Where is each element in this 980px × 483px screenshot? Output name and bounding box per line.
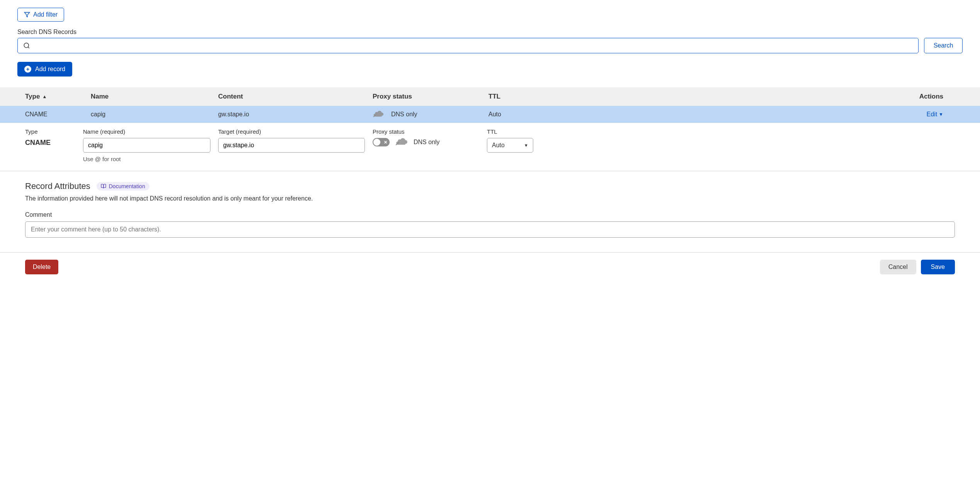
- form-proxy-label: Proxy status: [373, 128, 479, 135]
- search-input[interactable]: [34, 42, 913, 49]
- edit-label: Edit: [927, 111, 938, 118]
- table-header: Type ▲ Name Content Proxy status TTL Act…: [0, 87, 980, 106]
- cell-content: gw.stape.io: [218, 111, 373, 118]
- cancel-button[interactable]: Cancel: [880, 260, 916, 274]
- proxy-toggle[interactable]: ✕: [373, 138, 390, 146]
- documentation-label: Documentation: [109, 183, 145, 189]
- form-type-value: CNAME: [25, 139, 75, 147]
- svg-marker-0: [24, 12, 29, 17]
- add-filter-button[interactable]: Add filter: [17, 8, 64, 22]
- cell-type: CNAME: [25, 111, 91, 118]
- add-record-button[interactable]: + Add record: [17, 62, 72, 77]
- dns-table: Type ▲ Name Content Proxy status TTL Act…: [0, 87, 980, 274]
- attributes-title: Record Attributes: [25, 181, 90, 191]
- sort-asc-icon: ▲: [42, 94, 47, 99]
- ttl-value: Auto: [492, 142, 505, 149]
- name-help-text: Use @ for root: [83, 156, 210, 162]
- proxy-status-text: DNS only: [414, 139, 440, 146]
- documentation-link[interactable]: Documentation: [97, 182, 149, 190]
- th-type-label: Type: [25, 93, 40, 100]
- th-content[interactable]: Content: [218, 93, 373, 100]
- edit-actions-bar: Delete Cancel Save: [0, 252, 980, 274]
- search-input-container: [17, 38, 919, 53]
- form-target-label: Target (required): [218, 128, 365, 135]
- toggle-off-icon: ✕: [384, 140, 387, 145]
- toggle-knob: [373, 139, 380, 146]
- name-input[interactable]: [83, 138, 210, 153]
- th-type[interactable]: Type ▲: [25, 93, 91, 100]
- th-proxy[interactable]: Proxy status: [373, 93, 488, 100]
- search-button[interactable]: Search: [924, 38, 963, 53]
- edit-toggle[interactable]: Edit ▼: [546, 111, 955, 118]
- form-name-col: Name (required) Use @ for root: [83, 128, 218, 162]
- form-type-label: Type: [25, 128, 75, 135]
- cell-name: capig: [91, 111, 218, 118]
- book-icon: [101, 184, 106, 189]
- filter-icon: [24, 12, 30, 18]
- svg-line-2: [28, 47, 29, 48]
- comment-label: Comment: [25, 211, 955, 218]
- target-input[interactable]: [218, 138, 365, 153]
- th-name[interactable]: Name: [91, 93, 218, 100]
- comment-input[interactable]: [25, 221, 955, 238]
- cell-ttl: Auto: [488, 111, 546, 118]
- form-ttl-col: TTL Auto ▼: [487, 128, 537, 153]
- caret-down-icon: ▼: [939, 112, 943, 117]
- search-label: Search DNS Records: [17, 29, 963, 36]
- form-name-label: Name (required): [83, 128, 210, 135]
- cell-proxy-text: DNS only: [391, 111, 417, 118]
- form-target-col: Target (required): [218, 128, 373, 153]
- attributes-description: The information provided here will not i…: [25, 195, 955, 202]
- cloud-icon: [395, 138, 408, 146]
- cloud-icon: [373, 111, 384, 118]
- edit-form: Type CNAME Name (required) Use @ for roo…: [0, 123, 980, 171]
- search-row: Search: [17, 38, 963, 53]
- caret-down-icon: ▼: [524, 143, 528, 148]
- cell-proxy: DNS only: [373, 111, 488, 118]
- record-attributes-section: Record Attributes Documentation The info…: [0, 171, 980, 238]
- add-filter-label: Add filter: [33, 11, 58, 18]
- delete-button[interactable]: Delete: [25, 260, 58, 274]
- add-record-label: Add record: [35, 66, 65, 73]
- th-actions: Actions: [546, 93, 955, 100]
- save-button[interactable]: Save: [921, 260, 955, 274]
- svg-point-1: [24, 43, 29, 48]
- plus-circle-icon: +: [24, 66, 31, 73]
- search-icon: [23, 42, 30, 49]
- form-type-col: Type CNAME: [25, 128, 83, 147]
- th-ttl[interactable]: TTL: [488, 93, 546, 100]
- form-ttl-label: TTL: [487, 128, 529, 135]
- form-proxy-col: Proxy status ✕ DNS only: [373, 128, 487, 146]
- ttl-select[interactable]: Auto ▼: [487, 138, 533, 153]
- table-row[interactable]: CNAME capig gw.stape.io DNS only Auto Ed…: [0, 106, 980, 123]
